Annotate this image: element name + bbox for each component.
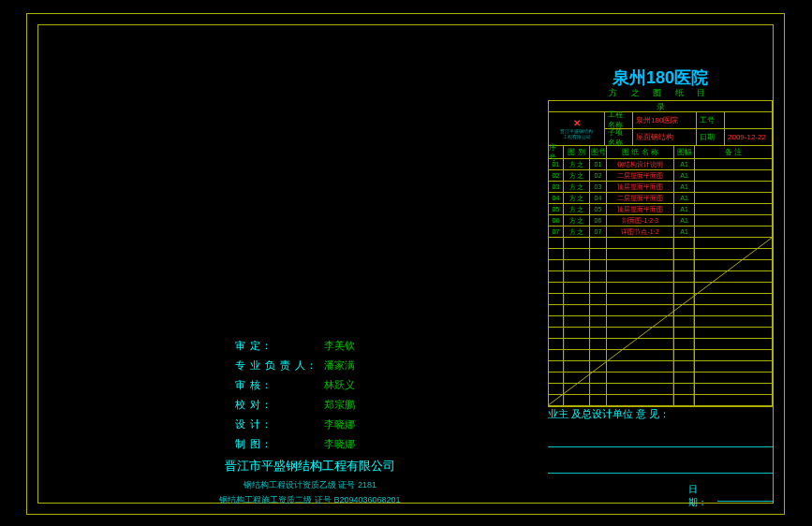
company-block: 晋江市平盛钢结构工程有限公司 钢结构工程设计资质乙级 证号 2181 钢结构工程… xyxy=(179,458,441,509)
table-row: 04方 之04二层屋面平面图A1 xyxy=(549,193,772,204)
th-seq: 序号 xyxy=(549,146,564,158)
no-label: 工号 xyxy=(697,112,725,128)
signature-block: 审 定：李美钦专 业 负 责 人：潘家满审 核：林跃义校 对：郑宗鹏设 计：李晓… xyxy=(235,336,385,454)
table-row: 03方 之03顶层屋面平面图A1 xyxy=(549,182,772,193)
sheet-subtitle: 方 之 图 纸 目 xyxy=(548,87,773,99)
empty-row xyxy=(549,339,772,350)
th-name: 图 纸 名 称 xyxy=(607,146,674,158)
empty-row xyxy=(549,350,772,361)
signature-row: 校 对：郑宗鹏 xyxy=(235,395,385,414)
date-field: 日 期： xyxy=(548,483,773,509)
table-row: 07方 之07详图节点-1·2A1 xyxy=(549,226,772,238)
owner-label: 业主 及总设计单位 意 见： xyxy=(548,407,773,421)
th-note: 备 注 xyxy=(695,146,772,158)
signature-line xyxy=(548,431,773,447)
table-header-block: ✕ 晋江平盛钢结构 工程有限公司 工程名称 泉州180医院 工号 子项名称 屋面… xyxy=(549,112,772,146)
table-row: 02方 之02二层屋面平面图A1 xyxy=(549,170,772,182)
signature-row: 设 计：李晓娜 xyxy=(235,415,385,433)
signature-row: 制 图：李晓娜 xyxy=(235,434,385,453)
date-label: 日 期： xyxy=(688,483,714,509)
empty-row xyxy=(549,249,772,260)
table-row: 01方 之01钢结构设计说明A1 xyxy=(549,159,772,170)
logo-icon: ✕ xyxy=(573,118,581,128)
table-rows: 01方 之01钢结构设计说明A102方 之02二层屋面平面图A103方 之03顶… xyxy=(549,159,772,238)
signature-row: 审 定：李美钦 xyxy=(235,336,385,355)
table-empty-area xyxy=(549,238,772,406)
table-row: 05方 之05顶层屋面平面图A1 xyxy=(549,204,772,215)
signature-row: 审 核：林跃义 xyxy=(235,375,385,394)
empty-row xyxy=(549,384,772,395)
proj-label: 工程名称 xyxy=(605,112,633,128)
drawing-index-table: 录 ✕ 晋江平盛钢结构 工程有限公司 工程名称 泉州180医院 工号 子项名称 xyxy=(548,100,773,407)
company-logo: ✕ 晋江平盛钢结构 工程有限公司 xyxy=(549,112,605,146)
inner-frame: 泉州180医院 方 之 图 纸 目 录 ✕ 晋江平盛钢结构 工程有限公司 工程名… xyxy=(37,24,774,504)
no-value xyxy=(725,112,772,128)
empty-row xyxy=(549,271,772,283)
empty-row xyxy=(549,361,772,373)
th-kind: 图 别 xyxy=(564,146,590,158)
date-label: 日期 xyxy=(697,129,725,146)
empty-row xyxy=(549,294,772,305)
cad-viewport: 泉州180医院 方 之 图 纸 目 录 ✕ 晋江平盛钢结构 工程有限公司 工程名… xyxy=(0,0,812,526)
empty-row xyxy=(549,283,772,294)
company-name: 晋江市平盛钢结构工程有限公司 xyxy=(179,458,441,475)
sub-label: 子项名称 xyxy=(605,129,633,146)
signature-line xyxy=(548,457,773,474)
catalog-label: 录 xyxy=(549,101,772,112)
logo-text-2: 工程有限公司 xyxy=(563,134,591,139)
sub-value: 屋面钢结构 xyxy=(633,129,697,146)
empty-row xyxy=(549,305,772,316)
table-columns-header: 序号 图 别 图号 图 纸 名 称 图幅 备 注 xyxy=(549,146,772,159)
company-cert-1: 钢结构工程设计资质乙级 证号 2181 xyxy=(179,479,441,491)
empty-row xyxy=(549,316,772,328)
company-cert-2: 钢结构工程施工资质二级 证号 B2094036068201 xyxy=(179,494,441,506)
proj-value: 泉州180医院 xyxy=(633,112,697,128)
th-size: 图幅 xyxy=(674,146,695,158)
signature-row: 专 业 负 责 人：潘家满 xyxy=(235,356,385,374)
owner-opinion-block: 业主 及总设计单位 意 见： 日 期： xyxy=(548,407,773,509)
empty-row xyxy=(549,260,772,271)
table-row: 06方 之06剖面图-1·2·3A1 xyxy=(549,215,772,226)
date-value: 2009-12-22 xyxy=(725,129,772,146)
empty-row xyxy=(549,373,772,384)
th-num: 图号 xyxy=(590,146,607,158)
empty-row xyxy=(549,395,772,406)
empty-row xyxy=(549,238,772,249)
empty-row xyxy=(549,328,772,339)
sheet-title: 泉州180医院 xyxy=(548,66,773,89)
date-underline xyxy=(717,490,773,502)
